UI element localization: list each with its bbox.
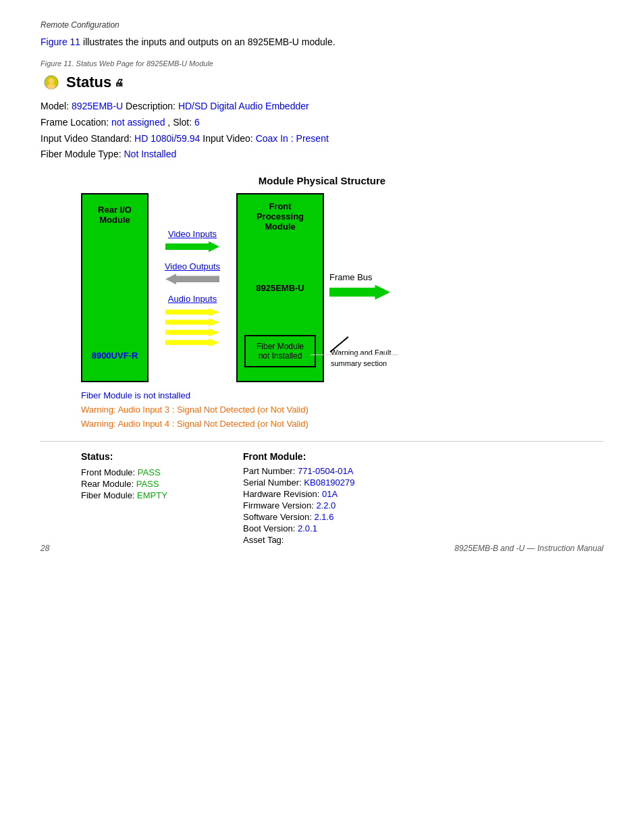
hw-revision-item: Hardware Revision: 01A	[243, 489, 432, 499]
frame-value: not assigned	[111, 117, 165, 128]
intro-paragraph: Figure 11 illustrates the inputs and out…	[41, 36, 603, 47]
bottom-section: Status: Front Module: PASS Rear Module: …	[81, 451, 603, 546]
slot-label: , Slot:	[167, 117, 192, 128]
svg-point-1	[49, 78, 54, 84]
desc-label: Description:	[126, 101, 176, 111]
video-std-value: HD 1080i/59.94	[134, 133, 200, 144]
video-inputs-group: Video Inputs	[165, 229, 219, 252]
rear-module-status: Rear Module: PASS	[81, 479, 216, 489]
frame-bus-area: Frame Bus Warning and Fault summary sect…	[324, 193, 398, 382]
rear-module-status-value: PASS	[136, 479, 159, 489]
frame-label: Frame Location:	[41, 117, 109, 128]
hw-revision-value: 01A	[322, 489, 338, 499]
warning-summary-text: Warning and Fault summary section	[331, 348, 398, 369]
part-number-item: Part Number: 771-0504-01A	[243, 466, 432, 476]
serial-number-item: Serial Number: KB08190279	[243, 477, 432, 488]
serial-number-value: KB08190279	[304, 477, 354, 488]
sw-version-label: Software Version:	[243, 512, 312, 522]
video-outputs-arrow	[165, 273, 219, 284]
video-inputs-label[interactable]: Video Inputs	[168, 229, 217, 239]
fiber-value: Not Installed	[124, 149, 176, 159]
figure-caption: Figure 11. Status Web Page for 8925EMB-U…	[41, 59, 603, 68]
svg-point-2	[47, 84, 55, 89]
fiber-label: Fiber Module Type:	[41, 149, 122, 159]
section-header: Remote Configuration	[41, 20, 603, 30]
module-diagram: Rear I/OModule 8900UVF-R Video Inputs Vi…	[81, 193, 603, 382]
fiber-not-installed-notice: Fiber Module is not installed	[81, 390, 603, 400]
model-info: Model: 8925EMB-U Description: HD/SD Digi…	[41, 99, 603, 163]
serial-number-label: Serial Number:	[243, 477, 302, 488]
fiber-module-status: Fiber Module: EMPTY	[81, 490, 216, 500]
audio-arrow-4	[165, 338, 219, 346]
video-outputs-label[interactable]: Video Outputs	[165, 261, 220, 271]
fw-version-item: Firmware Version: 2.2.0	[243, 500, 432, 511]
part-number-value: 771-0504-01A	[298, 466, 353, 476]
boot-version-label: Boot Version:	[243, 523, 295, 533]
frame-bus-label: Frame Bus	[329, 272, 390, 282]
status-section: Status: Front Module: PASS Rear Module: …	[81, 451, 216, 546]
section-divider	[41, 441, 603, 442]
page-footer: 28 8925EMB-B and -U — Instruction Manual	[41, 544, 603, 553]
frame-bus-arrow	[329, 285, 390, 300]
rear-module-status-label: Rear Module:	[81, 479, 134, 489]
audio-inputs-group: Audio Inputs	[165, 294, 219, 346]
warning-2: Warning: Audio Input 4 : Signal Not Dete…	[81, 417, 603, 432]
fw-version-value: 2.2.0	[316, 500, 336, 511]
front-module-status-value: PASS	[138, 467, 161, 477]
front-module-status: Front Module: PASS	[81, 467, 216, 477]
warnings-container: Warning: Audio Input 3 : Signal Not Dete…	[81, 403, 603, 432]
rear-io-box: Rear I/OModule 8900UVF-R	[81, 193, 149, 382]
fiber-box-line1: Fiber Module	[257, 342, 304, 351]
audio-arrow-2	[165, 318, 219, 326]
diagram-title: Module Physical Structure	[41, 175, 603, 186]
fiber-module-status-value: EMPTY	[137, 490, 167, 500]
input-video-value: Coax In : Present	[256, 133, 329, 144]
sw-version-value: 2.1.6	[315, 512, 334, 522]
footer-page-number: 28	[41, 544, 49, 553]
front-module-info-section: Front Module: Part Number: 771-0504-01A …	[243, 451, 432, 546]
status-edit-icon: 🖨	[114, 77, 124, 88]
audio-inputs-label[interactable]: Audio Inputs	[168, 294, 217, 304]
status-title: Status	[66, 74, 111, 91]
status-header: Status 🖨	[41, 72, 603, 93]
video-std-label: Input Video Standard:	[41, 133, 132, 144]
input-video-label: Input Video:	[203, 133, 252, 144]
rear-io-link[interactable]: 8900UVF-R	[92, 350, 138, 361]
audio-arrow-1	[165, 308, 219, 316]
front-module-status-label: Front Module:	[81, 467, 135, 477]
audio-arrow-3	[165, 328, 219, 336]
figure-11-link[interactable]: Figure 11	[41, 36, 80, 47]
warning-1: Warning: Audio Input 3 : Signal Not Dete…	[81, 403, 603, 417]
boot-version-value: 2.0.1	[298, 523, 317, 533]
video-outputs-group: Video Outputs	[165, 261, 220, 284]
hw-revision-label: Hardware Revision:	[243, 489, 319, 499]
bottom-line	[311, 355, 398, 355]
fiber-box-line2: not Installed	[259, 351, 302, 361]
fiber-not-installed-box: Fiber Module not Installed	[244, 335, 316, 367]
module-id: 8925EMB-U	[256, 283, 304, 293]
part-number-label: Part Number:	[243, 466, 295, 476]
footer-manual-title: 8925EMB-B and -U — Instruction Manual	[454, 544, 603, 553]
video-inputs-arrow	[165, 241, 219, 252]
audio-arrows	[165, 308, 219, 346]
fw-version-label: Firmware Version:	[243, 500, 314, 511]
front-module-info-title: Front Module:	[243, 451, 432, 462]
status-section-title: Status:	[81, 451, 216, 462]
fiber-module-status-label: Fiber Module:	[81, 490, 134, 500]
sw-version-item: Software Version: 2.1.6	[243, 512, 432, 522]
model-label: Model:	[41, 101, 69, 111]
rear-io-label: Rear I/OModule	[98, 201, 132, 225]
intro-text: illustrates the inputs and outputs on an…	[80, 36, 335, 47]
front-module-title: Front ProcessingModule	[244, 201, 316, 232]
boot-version-item: Boot Version: 2.0.1	[243, 523, 432, 533]
model-value: 8925EMB-U	[72, 101, 123, 111]
slot-value: 6	[194, 117, 200, 128]
desc-value: HD/SD Digital Audio Embedder	[178, 101, 309, 111]
front-module-box: Front ProcessingModule 8925EMB-U Fiber M…	[236, 193, 324, 382]
connector-area: Video Inputs Video Outputs Audio Inputs	[149, 193, 236, 382]
status-icon	[41, 72, 62, 93]
